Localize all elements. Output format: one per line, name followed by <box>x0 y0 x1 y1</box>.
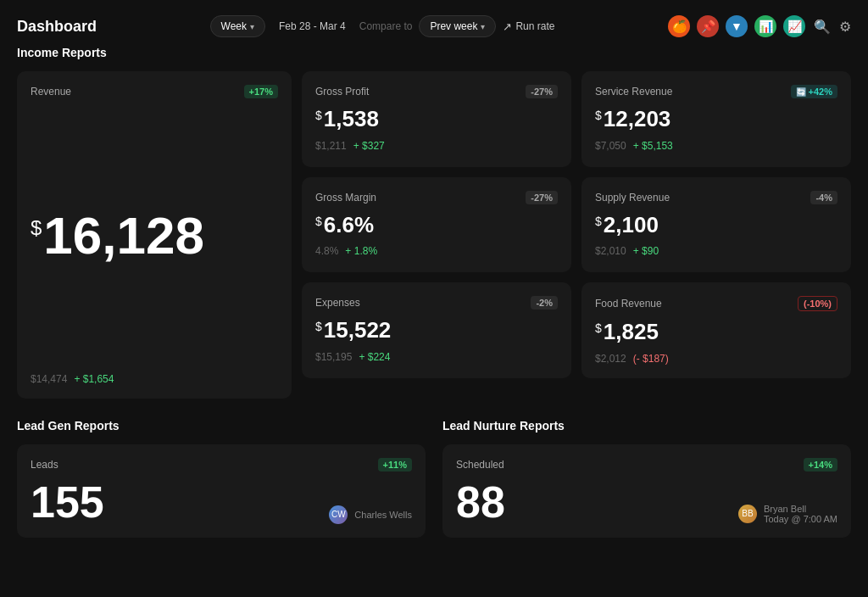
service-revenue-card: Service Revenue 🔄 +42% $ 12,203 $7,050 <box>581 71 851 167</box>
expenses-card: Expenses -2% $ 15,522 $15,195 + $224 <box>302 282 571 378</box>
revenue-value: $ 16,128 <box>31 209 278 262</box>
app-icon-3[interactable]: ▼ <box>726 15 748 37</box>
service-revenue-header: Service Revenue 🔄 +42% <box>595 85 837 98</box>
expenses-value: $ 15,522 <box>315 318 558 343</box>
revenue-prev: $14,474 <box>31 373 67 385</box>
food-revenue-card: Food Revenue (-10%) $ 1,825 $2,012 (- $1… <box>581 282 851 378</box>
revenue-currency: $ <box>31 216 42 240</box>
app-icon-1[interactable]: 🍊 <box>668 15 690 37</box>
scheduled-person-name: Bryan Bell <box>764 504 837 514</box>
leads-avatar: CW <box>329 505 348 524</box>
gross-margin-footer: 4.8% + 1.8% <box>315 245 558 257</box>
lead-gen-title: Lead Gen Reports <box>17 419 426 432</box>
lead-gen-section: Lead Gen Reports Leads +11% 155 CW Charl… <box>17 419 426 538</box>
app-icon-5[interactable]: 📈 <box>783 15 805 37</box>
supply-revenue-label: Supply Revenue <box>595 192 670 204</box>
scheduled-header: Scheduled +14% <box>456 458 837 471</box>
leads-person: CW Charles Wells <box>329 505 412 524</box>
food-revenue-label: Food Revenue <box>595 298 662 310</box>
header: Dashboard Week ▾ Feb 28 - Mar 4 Compare … <box>0 0 868 46</box>
gross-profit-header: Gross Profit -27% <box>315 85 558 98</box>
scheduled-card: Scheduled +14% 88 BB Bryan Bell Today @ … <box>442 444 851 538</box>
header-controls: Week ▾ Feb 28 - Mar 4 Compare to Prev we… <box>210 15 555 37</box>
supply-revenue-header: Supply Revenue -4% <box>595 191 837 204</box>
lead-nurture-title: Lead Nurture Reports <box>442 419 851 432</box>
income-reports-title: Income Reports <box>17 46 851 59</box>
scheduled-badge: +14% <box>804 458 837 471</box>
scheduled-label: Scheduled <box>456 459 504 471</box>
expenses-footer: $15,195 + $224 <box>315 351 558 363</box>
expenses-header: Expenses -2% <box>315 296 558 310</box>
compare-label: Compare to <box>359 20 413 32</box>
service-revenue-footer: $7,050 + $5,153 <box>595 140 837 152</box>
run-rate-button[interactable]: ↗ Run rate <box>503 20 554 33</box>
expenses-badge: -2% <box>531 296 558 310</box>
gross-profit-footer: $1,211 + $327 <box>315 140 558 152</box>
food-revenue-header: Food Revenue (-10%) <box>595 296 837 311</box>
supply-revenue-card: Supply Revenue -4% $ 2,100 $2,010 + $90 <box>581 177 851 273</box>
revenue-card-header: Revenue +17% <box>31 85 278 98</box>
scheduled-time: Today @ 7:00 AM <box>764 514 837 524</box>
leads-card: Leads +11% 155 CW Charles Wells <box>17 444 426 538</box>
settings-icon[interactable]: ⚙ <box>839 19 851 35</box>
food-revenue-footer: $2,012 (- $187) <box>595 353 837 365</box>
header-right: 🍊 📌 ▼ 📊 📈 🔍 ⚙ <box>668 15 851 37</box>
date-range-display: Feb 28 - Mar 4 <box>272 16 353 36</box>
page-wrapper: Dashboard Week ▾ Feb 28 - Mar 4 Compare … <box>0 0 868 538</box>
service-revenue-badge: 🔄 +42% <box>791 85 837 98</box>
leads-person-name: Charles Wells <box>354 510 412 520</box>
chevron-down-icon: ▾ <box>250 22 254 31</box>
gross-profit-label: Gross Profit <box>315 86 369 98</box>
revenue-diff: + $1,654 <box>74 373 114 385</box>
supply-revenue-footer: $2,010 + $90 <box>595 245 837 257</box>
gross-margin-value: $ 6.6% <box>315 213 558 237</box>
service-revenue-value: $ 12,203 <box>595 107 837 131</box>
bottom-sections: Lead Gen Reports Leads +11% 155 CW Charl… <box>17 419 851 538</box>
gross-margin-card: Gross Margin -27% $ 6.6% 4.8% + 1.8% <box>302 177 571 273</box>
app-icon-2[interactable]: 📌 <box>697 15 719 37</box>
food-revenue-badge: (-10%) <box>798 296 837 311</box>
expenses-label: Expenses <box>315 297 360 309</box>
gross-profit-card: Gross Profit -27% $ 1,538 $1,211 + $327 <box>302 71 571 167</box>
main-content: Income Reports Revenue +17% $ 16,128 $14… <box>0 46 868 538</box>
prev-week-selector[interactable]: Prev week ▾ <box>419 15 496 37</box>
leads-value: 155 <box>31 480 104 524</box>
food-revenue-value: $ 1,825 <box>595 320 837 344</box>
page-title: Dashboard <box>17 18 97 36</box>
revenue-number: 16,128 <box>43 209 204 262</box>
week-selector[interactable]: Week ▾ <box>210 15 265 37</box>
scheduled-avatar: BB <box>738 505 757 523</box>
revenue-badge: +17% <box>244 85 278 98</box>
scheduled-value: 88 <box>456 480 505 524</box>
gross-profit-value: $ 1,538 <box>315 107 558 131</box>
lead-nurture-section: Lead Nurture Reports Scheduled +14% 88 B… <box>442 419 851 538</box>
gross-margin-label: Gross Margin <box>315 192 376 204</box>
leads-label: Leads <box>31 459 58 471</box>
search-icon[interactable]: 🔍 <box>814 19 831 35</box>
scheduled-person: BB Bryan Bell Today @ 7:00 AM <box>738 504 837 524</box>
revenue-footer: $14,474 + $1,654 <box>31 373 278 385</box>
leads-header: Leads +11% <box>31 458 412 471</box>
income-reports-section: Income Reports Revenue +17% $ 16,128 $14… <box>17 46 851 399</box>
revenue-label: Revenue <box>31 86 71 98</box>
gross-profit-badge: -27% <box>526 85 558 98</box>
gross-margin-header: Gross Margin -27% <box>315 191 558 204</box>
revenue-card: Revenue +17% $ 16,128 $14,474 + $1,654 <box>17 71 292 399</box>
leads-badge: +11% <box>378 458 412 471</box>
app-icon-4[interactable]: 📊 <box>754 15 776 37</box>
trend-icon: ↗ <box>503 20 512 33</box>
service-revenue-label: Service Revenue <box>595 86 672 98</box>
app-icons: 🍊 📌 ▼ 📊 📈 <box>668 15 805 37</box>
supply-revenue-badge: -4% <box>810 191 837 204</box>
supply-revenue-value: $ 2,100 <box>595 213 837 237</box>
chevron-down-icon-2: ▾ <box>481 22 485 31</box>
income-right-grid: Gross Profit -27% $ 1,538 $1,211 + $327 <box>302 71 851 378</box>
gross-margin-badge: -27% <box>526 191 558 204</box>
